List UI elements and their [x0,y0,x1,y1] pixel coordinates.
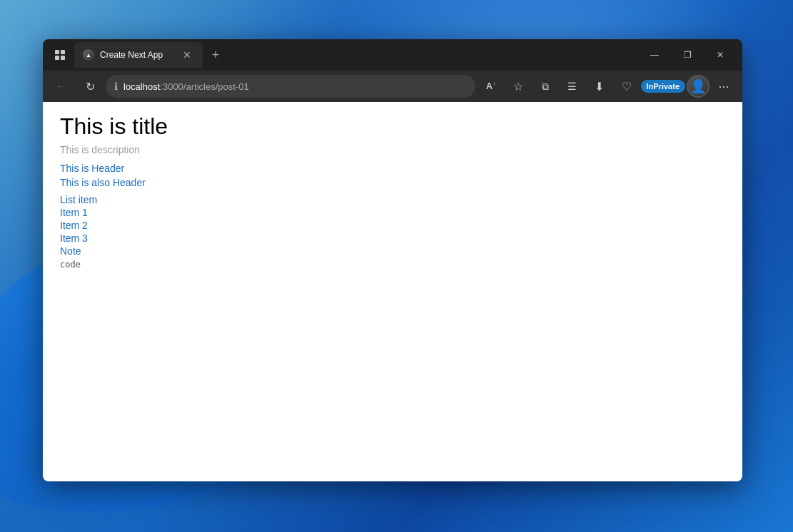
tab-close-button[interactable]: ✕ [180,48,194,62]
favorites-bar-button[interactable]: ☰ [560,73,585,99]
download-icon: ⬇ [595,80,604,93]
page-header1: This is Header [60,163,725,174]
profile-avatar[interactable]: 👤 [687,75,709,98]
favorite-icon: ☆ [513,80,523,93]
svg-rect-1 [61,50,65,54]
new-tab-button[interactable]: + [206,45,226,65]
close-button[interactable]: ✕ [704,44,737,66]
svg-rect-2 [55,56,59,60]
profile-icon: 👤 [690,78,706,94]
refresh-icon: ↻ [86,80,95,93]
list-item-label: List item [60,194,725,205]
list-item: Item 3 [60,232,725,244]
tab-favicon: ▲ [83,49,94,61]
tab-grid-button[interactable] [49,44,71,66]
maximize-button[interactable]: ❐ [671,44,704,66]
page-description: This is description [60,144,725,155]
window-controls: — ❐ ✕ [638,44,737,66]
feedback-button[interactable]: ♡ [614,73,640,99]
favorite-button[interactable]: ☆ [505,73,531,99]
tab-bar: ▲ Create Next App ✕ + [49,39,638,71]
nav-bar: ← ↻ ℹ localhost:3000/articles/post-01 A↑… [43,71,742,102]
feedback-icon: ♡ [622,80,632,93]
svg-rect-3 [61,56,65,60]
code-item: code [60,260,725,270]
page-content: This is title This is description This i… [43,102,742,481]
browser-window: ▲ Create Next App ✕ + — ❐ ✕ ← ↻ ℹ localh… [43,39,742,481]
svg-rect-0 [55,50,59,54]
back-button[interactable]: ← [49,73,74,99]
list-item: Item 2 [60,220,725,231]
favorites-bar-icon: ☰ [567,81,577,92]
inprivate-badge[interactable]: InPrivate [641,80,685,93]
list-items: Item 1Item 2Item 3 [60,207,725,244]
minimize-button[interactable]: — [638,44,671,66]
url-domain: localhost [123,81,160,92]
nav-icons: A↑ ☆ ⧉ ☰ ⬇ ♡ InPrivate 👤 ··· [478,73,737,99]
download-button[interactable]: ⬇ [587,73,612,99]
note-item: Note [60,245,725,257]
active-tab[interactable]: ▲ Create Next App ✕ [74,42,203,68]
menu-button[interactable]: ··· [711,73,737,99]
page-title: This is title [60,113,725,140]
refresh-button[interactable]: ↻ [77,73,103,99]
read-aloud-button[interactable]: A↑ [478,73,504,99]
list-item: Item 1 [60,207,725,218]
split-screen-button[interactable]: ⧉ [532,73,558,99]
title-bar: ▲ Create Next App ✕ + — ❐ ✕ [43,39,742,71]
page-header2: This is also Header [60,177,725,188]
info-icon[interactable]: ℹ [114,81,118,92]
address-bar[interactable]: ℹ localhost:3000/articles/post-01 [106,75,475,98]
url-path: :3000/articles/post-01 [160,81,248,92]
back-icon: ← [56,80,67,93]
split-screen-icon: ⧉ [542,81,549,93]
read-aloud-icon: A↑ [486,81,495,91]
tab-title: Create Next App [100,50,174,60]
menu-icon: ··· [718,79,729,94]
url-text: localhost:3000/articles/post-01 [123,81,467,92]
